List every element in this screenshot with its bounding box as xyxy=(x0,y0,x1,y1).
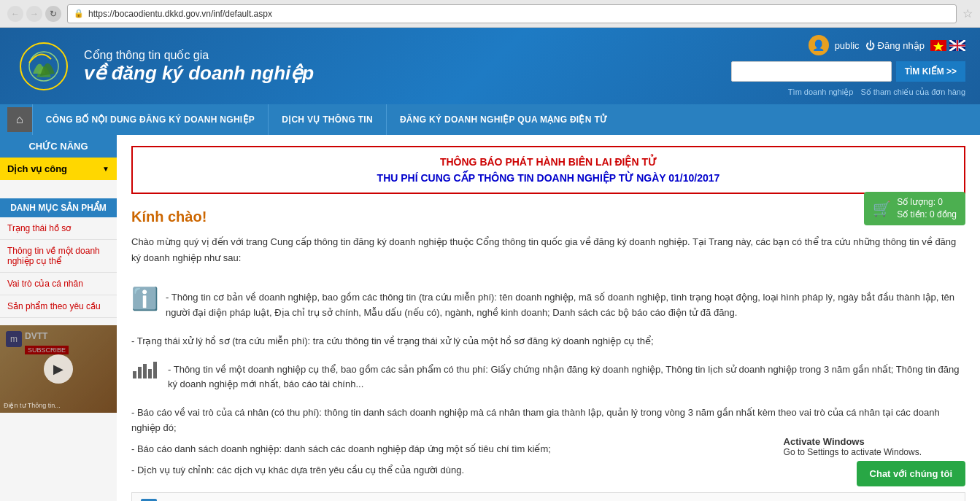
welcome-title: Kính chào! xyxy=(131,209,965,225)
sidebar-dich-vu-cong[interactable]: Dịch vụ công ▼ xyxy=(0,158,117,180)
sidebar-danh-muc-title: DANH MỤC SẢN PHẨM xyxy=(0,198,117,217)
back-button[interactable]: ← xyxy=(7,6,23,22)
svg-rect-13 xyxy=(143,364,147,378)
sidebar-item-vai-tro[interactable]: Vai trò của cá nhân xyxy=(0,273,117,295)
intro-text: Chào mừng quý vị đến với trang Cung cấp … xyxy=(131,234,965,266)
user-icon: 👤 xyxy=(809,35,829,55)
cart-so-tien: Số tiền: 0 đồng xyxy=(897,209,957,221)
bookmark-icon[interactable]: ☆ xyxy=(962,7,973,20)
site-bottom-line: về đăng ký doanh nghiệp xyxy=(84,62,314,85)
svg-rect-12 xyxy=(138,367,142,378)
svg-rect-14 xyxy=(148,369,152,378)
bullet3-text: - Thông tin về một doanh nghiệp cụ thể, … xyxy=(168,362,965,393)
cart-icon: 🛒 xyxy=(873,200,891,217)
refresh-button[interactable]: ↻ xyxy=(45,6,61,22)
win-activate-title: Activate Windows xyxy=(784,436,922,447)
video-caption: Điện tư Thông tin... xyxy=(4,402,113,409)
search-input[interactable] xyxy=(731,61,892,82)
notice-box: THÔNG BÁO PHÁT HÀNH BIÊN LAI ĐIỆN TỬ THU… xyxy=(131,146,965,194)
svg-rect-11 xyxy=(133,371,136,378)
sidebar-video[interactable]: m DVTT SUBSCRIBE ▶ Điện tư Thông tin... xyxy=(0,325,117,413)
flag-area xyxy=(930,40,965,51)
vn-flag[interactable] xyxy=(930,40,946,51)
bullet6-text: - Dịch vụ tuỳ chỉnh: các dịch vụ khác dự… xyxy=(131,463,965,478)
chevron-down-icon: ▼ xyxy=(102,165,109,173)
chat-button[interactable]: Chat với chúng tôi xyxy=(857,461,965,486)
search-hints: Tìm doanh nghiệp Số tham chiếu của đơn h… xyxy=(788,88,965,97)
sidebar-item-trang-thai[interactable]: Trạng thái hồ sơ xyxy=(0,217,117,240)
bullet3-section: - Thông tin về một doanh nghiệp cụ thể, … xyxy=(131,357,965,399)
bar-chart-icon xyxy=(131,358,161,382)
bullet2-text: - Trạng thái xử lý hồ sơ (tra cứu miễn p… xyxy=(131,334,965,349)
user-label: public xyxy=(835,40,860,51)
cart-so-luong: Số lượng: 0 xyxy=(897,196,957,209)
sidebar: CHỨC NĂNG Dịch vụ công ▼ DANH MỤC SẢN PH… xyxy=(0,135,117,501)
nav-dich-vu[interactable]: DỊCH VỤ THÔNG TIN xyxy=(268,104,386,135)
ssl-lock-icon: 🔒 xyxy=(74,9,84,18)
en-flag[interactable] xyxy=(949,40,965,51)
nav-home-button[interactable]: ⌂ xyxy=(7,107,32,132)
forward-button[interactable]: → xyxy=(26,6,42,22)
hint-tim-doanh-nghiep[interactable]: Tìm doanh nghiệp xyxy=(788,88,854,97)
address-bar[interactable]: 🔒 https://bocaodientu.dkkd.gov.vn/inf/de… xyxy=(67,4,957,23)
nav-buttons: ← → ↻ xyxy=(7,6,61,22)
site-top-line: Cổng thông tin quốc gia xyxy=(84,48,314,62)
bullet4-text: - Báo cáo về vai trò của cá nhân (có thu… xyxy=(131,405,965,436)
numbered-list: 1 Trạng thái hồ sơ 2 Thông tin về một do… xyxy=(131,492,965,501)
video-overlay: ▶ xyxy=(0,325,117,413)
win-activate-subtitle: Go to Settings to activate Windows. xyxy=(784,447,922,457)
login-button[interactable]: ⏻ Đăng nhập xyxy=(865,40,925,51)
svg-rect-15 xyxy=(153,362,157,378)
hint-so-tham-chieu[interactable]: Số tham chiếu của đơn hàng xyxy=(860,88,965,97)
nav-cong-bo[interactable]: CÔNG BỐ NỘI DUNG ĐĂNG KÝ DOANH NGHIỆP xyxy=(32,104,268,135)
sidebar-item-san-pham[interactable]: Sản phẩm theo yêu cầu xyxy=(0,295,117,318)
cart-widget[interactable]: 🛒 Số lượng: 0 Số tiền: 0 đồng xyxy=(864,192,965,225)
user-area: 👤 public ⏻ Đăng nhập xyxy=(809,35,965,55)
windows-activate-notice: Activate Windows Go to Settings to activ… xyxy=(784,436,922,457)
url-text: https://bocaodientu.dkkd.gov.vn/inf/defa… xyxy=(88,9,272,19)
site-header: Cổng thông tin quốc gia về đăng ký doanh… xyxy=(0,28,980,104)
cart-counts: Số lượng: 0 Số tiền: 0 đồng xyxy=(897,196,957,221)
site-logo xyxy=(15,41,73,92)
play-icon[interactable]: ▶ xyxy=(44,354,73,384)
sidebar-item-thong-tin[interactable]: Thông tin về một doanh nghiệp cụ thể xyxy=(0,240,117,273)
notice-line1: THÔNG BÁO PHÁT HÀNH BIÊN LAI ĐIỆN TỬ xyxy=(142,156,955,168)
search-button[interactable]: TÌM KIẾM >> xyxy=(896,61,965,82)
search-area: TÌM KIẾM >> xyxy=(731,61,965,82)
main-nav: ⌂ CÔNG BỐ NỘI DUNG ĐĂNG KÝ DOANH NGHIỆP … xyxy=(0,104,980,135)
nav-dang-ky[interactable]: ĐĂNG KÝ DOANH NGHIỆP QUA MẠNG ĐIỆN TỬ xyxy=(386,104,620,135)
browser-bar: ← → ↻ 🔒 https://bocaodientu.dkkd.gov.vn/… xyxy=(0,0,980,28)
logo-area: Cổng thông tin quốc gia về đăng ký doanh… xyxy=(15,41,314,92)
bullet1-text: - Thông tin cơ bản về doanh nghiệp, bao … xyxy=(166,290,965,321)
sidebar-chuc-nang-title: CHỨC NĂNG xyxy=(0,135,117,158)
bullet1-section: ℹ️ - Thông tin cơ bản về doanh nghiệp, b… xyxy=(131,284,965,327)
header-right: 👤 public ⏻ Đăng nhập xyxy=(731,35,965,97)
site-title: Cổng thông tin quốc gia về đăng ký doanh… xyxy=(84,48,314,85)
info-icon: ℹ️ xyxy=(131,286,158,311)
numbered-item-1[interactable]: 1 Trạng thái hồ sơ xyxy=(131,492,965,501)
notice-line2: THU PHÍ CUNG CẤP THÔNG TIN DOANH NGHIỆP … xyxy=(142,172,955,184)
